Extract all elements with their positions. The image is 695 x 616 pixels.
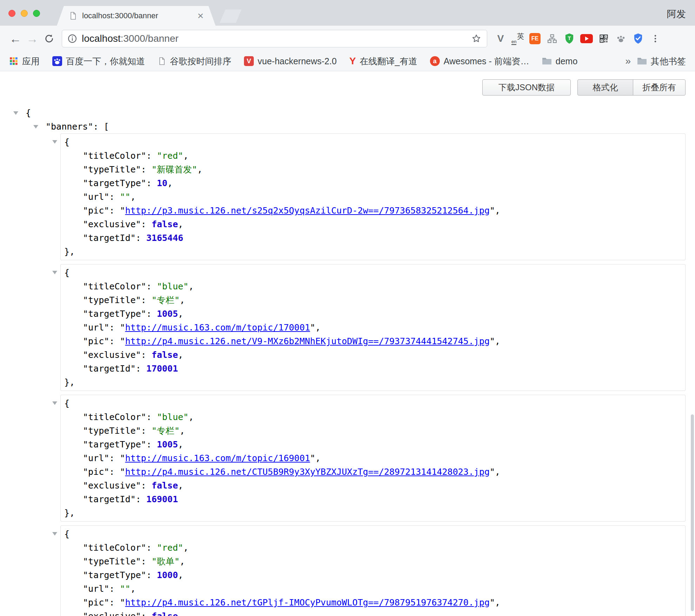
- scrollbar-thumb[interactable]: [691, 414, 694, 611]
- format-button[interactable]: 格式化: [577, 79, 633, 96]
- json-number-value: 10: [157, 178, 167, 188]
- json-line: "targetType": 10,: [61, 176, 685, 190]
- quote: ": [130, 494, 135, 504]
- zoom-window-button[interactable]: [33, 10, 40, 17]
- info-icon[interactable]: [68, 34, 77, 43]
- colon: :: [146, 178, 157, 188]
- colon: :: [146, 309, 157, 319]
- browser-tab[interactable]: localhost:3000/banner ×: [57, 6, 216, 26]
- shield-check-icon[interactable]: [632, 32, 644, 45]
- quote: ": [152, 426, 157, 436]
- collapse-all-button[interactable]: 折叠所有: [633, 79, 686, 96]
- json-line: {: [61, 527, 685, 541]
- bookmark-item-awesomes[interactable]: a Awesomes - 前端资…: [430, 55, 529, 67]
- json-link-value[interactable]: http://music.163.com/m/topic/170001: [125, 322, 310, 333]
- comma: ,: [315, 322, 320, 333]
- download-json-button[interactable]: 下载JSON数据: [482, 79, 571, 96]
- tab-close-icon[interactable]: ×: [197, 11, 204, 21]
- colon: :: [146, 151, 157, 161]
- open-brace: {: [64, 137, 70, 147]
- youdao-icon: Y: [349, 55, 356, 67]
- quote: ": [83, 480, 88, 491]
- json-line: {: [61, 266, 685, 280]
- json-line: "titleColor": "blue",: [61, 280, 685, 293]
- bookmark-star-icon[interactable]: [471, 34, 481, 44]
- trafficlight-shield-icon[interactable]: T: [563, 32, 576, 45]
- json-key: url: [88, 322, 104, 333]
- close-window-button[interactable]: [8, 10, 15, 17]
- colon: :: [141, 611, 152, 616]
- json-line: "pic": "http://p4.music.126.net/V9-MXz6b…: [61, 334, 685, 348]
- quote: ": [83, 611, 88, 616]
- json-key: titleColor: [88, 412, 141, 422]
- vue-icon: V: [244, 56, 254, 66]
- json-line: "typeTitle": "专栏",: [61, 293, 685, 307]
- other-bookmarks[interactable]: 其他书签: [637, 55, 686, 67]
- vimium-extension-icon[interactable]: V: [494, 32, 507, 45]
- fe-extension-icon[interactable]: FE: [529, 32, 541, 45]
- url-omnibox[interactable]: localhost:3000/banner: [62, 30, 487, 47]
- youtube-icon[interactable]: [580, 32, 593, 45]
- comma: ,: [495, 597, 500, 608]
- json-line: },: [61, 506, 685, 520]
- collapse-triangle-icon[interactable]: [33, 125, 38, 129]
- json-link-value[interactable]: http://p4.music.126.net/tGPljf-IMOCyPvum…: [125, 597, 490, 608]
- quote: ": [104, 597, 109, 608]
- collapse-triangle-icon[interactable]: [52, 401, 57, 405]
- qr-code-icon[interactable]: [597, 32, 610, 45]
- translate-extension-icon[interactable]: 英 en: [511, 32, 524, 45]
- new-tab-button[interactable]: [220, 9, 241, 23]
- url-path: :3000/banner: [121, 33, 179, 44]
- quote: ": [136, 164, 141, 175]
- json-link-value[interactable]: http://p4.music.126.net/CTU5B9R9y3XyYBZX…: [125, 467, 490, 477]
- collapse-triangle-icon[interactable]: [52, 140, 57, 144]
- json-key: targetType: [88, 570, 141, 580]
- bookmark-item-demo[interactable]: demo: [542, 56, 578, 66]
- comma: ,: [178, 570, 183, 580]
- bookmark-apps[interactable]: 应用: [9, 55, 40, 67]
- json-line: "targetType": 1000,: [61, 568, 685, 582]
- chrome-menu-icon[interactable]: [649, 32, 662, 45]
- paw-extension-icon[interactable]: [615, 32, 627, 45]
- json-string-value: red: [162, 543, 178, 553]
- minimize-window-button[interactable]: [21, 10, 28, 17]
- json-root-line: {: [0, 106, 695, 120]
- json-object: {"titleColor": "blue","typeTitle": "专栏",…: [60, 395, 686, 522]
- reload-icon[interactable]: [41, 33, 58, 44]
- collapse-triangle-icon[interactable]: [52, 271, 57, 274]
- json-key: pic: [88, 336, 104, 346]
- json-key: typeTitle: [88, 556, 135, 566]
- quote: ": [83, 363, 88, 374]
- comma: ,: [178, 480, 183, 491]
- comma: ,: [167, 178, 173, 188]
- profile-name[interactable]: 阿发: [667, 8, 686, 20]
- bookmarks-overflow-chevron[interactable]: »: [625, 55, 631, 67]
- bookmark-item-baidu[interactable]: 百度一下，你就知道: [52, 55, 145, 67]
- quote: ": [120, 322, 125, 333]
- play-icon: [585, 37, 589, 41]
- quote: ": [174, 556, 180, 566]
- bookmark-item-vue-hackernews[interactable]: V vue-hackernews-2.0: [244, 56, 337, 66]
- comma: ,: [188, 412, 194, 422]
- collapse-triangle-icon[interactable]: [52, 532, 57, 536]
- quote: ": [104, 322, 109, 333]
- colon: :: [141, 295, 152, 305]
- collapse-triangle-icon[interactable]: [13, 111, 18, 115]
- colon-open-bracket: : [: [93, 122, 109, 132]
- json-link-value[interactable]: http://music.163.com/m/topic/169001: [125, 453, 310, 463]
- json-link-value[interactable]: http://p4.music.126.net/V9-MXz6b2MNhEKju…: [125, 336, 490, 346]
- back-icon[interactable]: ←: [7, 33, 24, 45]
- quote: ": [141, 543, 146, 553]
- sitemap-extension-icon[interactable]: [546, 32, 558, 45]
- colon: :: [109, 467, 120, 477]
- quote: ": [141, 178, 146, 188]
- json-key: targetId: [88, 494, 130, 504]
- json-number-value: 1000: [157, 570, 178, 580]
- json-link-value[interactable]: http://p3.music.126.net/s25q2x5QyqsAzilC…: [125, 205, 490, 216]
- forward-icon[interactable]: →: [24, 33, 41, 45]
- open-brace: {: [26, 108, 31, 118]
- json-line: "pic": "http://p3.music.126.net/s25q2x5Q…: [61, 204, 685, 217]
- bookmark-item-google-sort[interactable]: 谷歌按时间排序: [158, 55, 231, 67]
- quote: ": [490, 467, 495, 477]
- bookmark-item-youdao[interactable]: Y 在线翻译_有道: [349, 55, 417, 67]
